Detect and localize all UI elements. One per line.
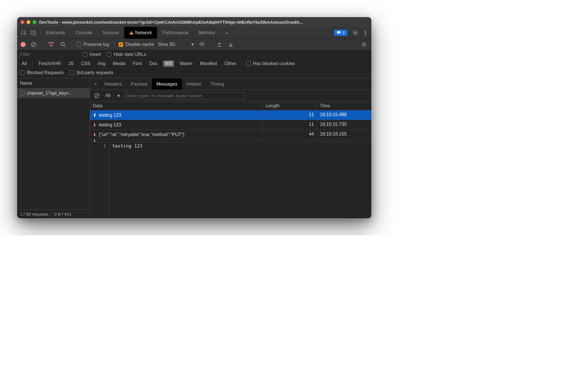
clear-messages-icon[interactable] bbox=[93, 92, 101, 100]
message-row[interactable]: ⬆testing 123 11 16:10:15.488 bbox=[90, 110, 371, 120]
invert-checkbox[interactable]: Invert bbox=[83, 52, 101, 57]
detail-tab-payload[interactable]: Payload bbox=[126, 78, 152, 90]
inspect-element-icon[interactable] bbox=[20, 29, 28, 37]
svg-point-4 bbox=[365, 31, 366, 32]
detail-tab-messages[interactable]: Messages bbox=[152, 78, 182, 90]
hide-data-urls-checkbox[interactable]: Hide data URLs bbox=[107, 52, 146, 57]
preview-line-number: 1 bbox=[90, 142, 109, 218]
window-controls bbox=[21, 20, 36, 24]
detail-tabs: × Headers Payload Messages Initiator Tim… bbox=[90, 78, 371, 90]
col-time: Time bbox=[317, 102, 371, 110]
messages-direction-select[interactable]: All ▾ bbox=[104, 92, 121, 99]
chat-icon bbox=[337, 31, 341, 35]
messages-regex-input[interactable] bbox=[124, 92, 244, 100]
titlebar: DevTools - www.piesocket.com/websocket-t… bbox=[17, 17, 371, 27]
filter-funnel-icon[interactable] bbox=[47, 41, 55, 49]
request-row[interactable]: channel_1?api_key=... bbox=[17, 88, 90, 98]
close-detail-button[interactable]: × bbox=[91, 81, 100, 87]
throttling-select[interactable]: Slow 3G ▾ bbox=[158, 42, 193, 47]
type-all[interactable]: All bbox=[20, 60, 29, 67]
svg-point-9 bbox=[61, 42, 64, 46]
svg-point-5 bbox=[365, 32, 366, 33]
network-conditions-icon[interactable] bbox=[198, 41, 206, 48]
request-name: channel_1?api_key=... bbox=[27, 91, 73, 96]
request-list-footer: 1 / 30 requests 0 B / 841 bbox=[17, 209, 90, 218]
svg-point-11 bbox=[201, 46, 202, 47]
request-list-pane: Name channel_1?api_key=... 1 / 30 reques… bbox=[17, 78, 90, 218]
network-toolbar: Preserve log Disable cache Slow 3G ▾ bbox=[17, 39, 371, 50]
filter-row: Invert Hide data URLs bbox=[17, 50, 371, 59]
type-font[interactable]: Font bbox=[131, 60, 144, 67]
request-list-header: Name bbox=[17, 78, 90, 88]
type-other[interactable]: Other bbox=[223, 60, 238, 67]
window-title: DevTools - www.piesocket.com/websocket-t… bbox=[39, 20, 368, 25]
message-preview: 1 testing 123 bbox=[90, 142, 371, 218]
request-checkbox[interactable] bbox=[20, 91, 25, 96]
download-har-icon[interactable] bbox=[227, 41, 235, 48]
svg-point-14 bbox=[363, 44, 365, 45]
preview-content: testing 123 bbox=[109, 142, 371, 218]
resource-type-row: All Fetch/XHR JS CSS Img Media Font Doc … bbox=[17, 59, 371, 68]
tab-network[interactable]: Network bbox=[124, 27, 157, 39]
blocked-row: Blocked Requests 3rd-party requests bbox=[17, 68, 371, 78]
maximize-window-button[interactable] bbox=[33, 20, 36, 24]
detail-tab-headers[interactable]: Headers bbox=[100, 78, 126, 90]
message-row[interactable]: ⬇testing 123 11 16:10:15.730 bbox=[90, 120, 371, 130]
upload-har-icon[interactable] bbox=[216, 41, 223, 48]
settings-gear-icon[interactable] bbox=[351, 29, 359, 37]
tabs-overflow-button[interactable]: » bbox=[220, 27, 233, 39]
message-row-partial: ⬇ bbox=[90, 140, 371, 142]
tab-console[interactable]: Console bbox=[70, 27, 97, 39]
type-ws[interactable]: WS bbox=[163, 60, 174, 67]
main-tabs-row: Elements Console Sources Network Perform… bbox=[17, 27, 371, 39]
svg-line-16 bbox=[95, 94, 98, 97]
svg-point-6 bbox=[365, 34, 366, 35]
disable-cache-checkbox[interactable]: Disable cache bbox=[119, 42, 154, 47]
tab-elements[interactable]: Elements bbox=[41, 27, 70, 39]
device-toggle-icon[interactable] bbox=[30, 29, 38, 37]
type-wasm[interactable]: Wasm bbox=[178, 60, 194, 67]
svg-rect-2 bbox=[33, 32, 36, 35]
svg-line-10 bbox=[64, 45, 65, 47]
minimize-window-button[interactable] bbox=[27, 20, 30, 24]
search-icon[interactable] bbox=[59, 41, 67, 49]
preserve-log-checkbox[interactable]: Preserve log bbox=[77, 42, 109, 47]
detail-tab-timing[interactable]: Timing bbox=[206, 78, 229, 90]
svg-line-8 bbox=[32, 43, 35, 46]
messages-table-body: ⬆testing 123 11 16:10:15.488 ⬇testing 12… bbox=[90, 110, 371, 142]
more-menu-icon[interactable] bbox=[363, 29, 367, 37]
type-doc[interactable]: Doc bbox=[148, 60, 159, 67]
warning-icon bbox=[129, 31, 133, 35]
messages-table-header: Data Length Time bbox=[90, 102, 371, 110]
type-manifest[interactable]: Manifest bbox=[198, 60, 219, 67]
type-media[interactable]: Media bbox=[111, 60, 127, 67]
type-css[interactable]: CSS bbox=[79, 60, 92, 67]
tab-memory[interactable]: Memory bbox=[193, 27, 220, 39]
requests-count: 1 / 30 requests bbox=[20, 212, 48, 217]
detail-pane: × Headers Payload Messages Initiator Tim… bbox=[90, 78, 371, 218]
has-blocked-cookies-checkbox[interactable]: Has blocked cookies bbox=[246, 61, 295, 66]
close-window-button[interactable] bbox=[21, 20, 24, 24]
message-row[interactable]: ⬇{"url":"ok","retryable":true,"method":"… bbox=[90, 130, 371, 140]
tab-performance[interactable]: Performance bbox=[157, 27, 194, 39]
type-js[interactable]: JS bbox=[67, 60, 75, 67]
arrow-up-icon: ⬆ bbox=[93, 112, 97, 118]
devtools-window: DevTools - www.piesocket.com/websocket-t… bbox=[17, 17, 371, 218]
detail-tab-initiator[interactable]: Initiator bbox=[182, 78, 206, 90]
filter-input[interactable] bbox=[20, 52, 77, 57]
main-split: Name channel_1?api_key=... 1 / 30 reques… bbox=[17, 78, 371, 218]
issues-badge[interactable]: 1 bbox=[334, 30, 347, 36]
messages-filter-bar: All ▾ bbox=[90, 90, 371, 102]
panel-settings-gear-icon[interactable] bbox=[360, 41, 368, 49]
arrow-down-icon: ⬇ bbox=[93, 132, 97, 137]
record-button[interactable] bbox=[21, 42, 26, 47]
clear-icon[interactable] bbox=[30, 41, 38, 49]
blocked-requests-checkbox[interactable]: Blocked Requests bbox=[20, 70, 64, 75]
col-length: Length bbox=[263, 102, 317, 110]
chevron-down-icon: ▾ bbox=[117, 93, 120, 98]
type-fetch-xhr[interactable]: Fetch/XHR bbox=[37, 60, 63, 67]
arrow-down-icon: ⬇ bbox=[93, 140, 97, 142]
third-party-checkbox[interactable]: 3rd-party requests bbox=[69, 70, 113, 75]
tab-sources[interactable]: Sources bbox=[97, 27, 124, 39]
type-img[interactable]: Img bbox=[96, 60, 107, 67]
